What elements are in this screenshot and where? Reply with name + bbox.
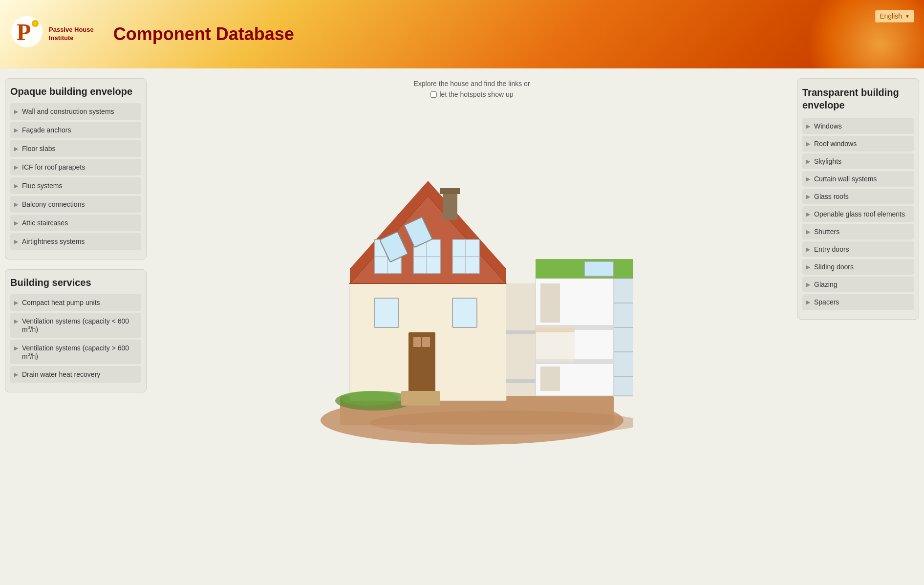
sidebar-item-windows[interactable]: ▶ Windows (802, 118, 914, 134)
sidebar-item-label: Glazing (814, 281, 837, 288)
logo-area: P Passive House Institute (10, 15, 94, 54)
svg-text:P: P (17, 19, 31, 45)
sidebar-item-label: Sliding doors (814, 263, 854, 271)
sidebar-item-entry-doors[interactable]: ▶ Entry doors (802, 241, 914, 257)
sidebar-item-sliding-doors[interactable]: ▶ Sliding doors (802, 259, 914, 275)
transparent-envelope-title: Transparent building envelope (802, 86, 914, 111)
svg-rect-50 (401, 391, 440, 406)
sidebar-item-openable-glass-roof[interactable]: ▶ Openable glass roof elements (802, 206, 914, 222)
sidebar-item-label: Roof windows (814, 140, 857, 148)
chevron-right-icon: ▶ (806, 123, 810, 130)
opaque-envelope-section: Opaque building envelope ▶ Wall and cons… (5, 78, 147, 260)
phi-logo: P (10, 15, 44, 54)
chevron-right-icon: ▶ (806, 299, 810, 305)
svg-rect-31 (584, 261, 614, 276)
sidebar-item-label: Drain water heat recovery (22, 370, 100, 378)
header: P Passive House Institute Component Data… (0, 0, 924, 68)
sidebar-item-glazing[interactable]: ▶ Glazing (802, 277, 914, 292)
svg-rect-27 (506, 283, 536, 396)
sidebar-item-label: Attic staircases (22, 219, 68, 227)
sidebar-item-label: Ventilation systems (capacity < 600 m3/h… (22, 317, 137, 333)
chevron-right-icon: ▶ (806, 229, 810, 235)
sidebar-item-skylights[interactable]: ▶ Skylights (802, 153, 914, 169)
sidebar-item-roof-windows[interactable]: ▶ Roof windows (802, 136, 914, 152)
sidebar-item-label: Flue systems (22, 182, 62, 190)
svg-rect-33 (614, 279, 633, 396)
chevron-right-icon: ▶ (14, 220, 18, 226)
chevron-right-icon: ▶ (806, 158, 810, 165)
sidebar-item-label: Façade anchors (22, 126, 71, 134)
language-selector[interactable]: English ▼ (875, 10, 914, 22)
sidebar-item-flue-systems[interactable]: ▶ Flue systems (10, 177, 141, 194)
svg-rect-22 (374, 298, 399, 327)
svg-rect-46 (536, 327, 575, 332)
svg-rect-43 (540, 367, 560, 391)
sidebar-item-attic-staircases[interactable]: ▶ Attic staircases (10, 215, 141, 231)
sidebar-item-label: Wall and construction systems (22, 108, 114, 115)
house-illustration (311, 112, 633, 455)
chevron-right-icon: ▶ (14, 127, 18, 133)
explore-text: Explore the house and find the links or … (413, 78, 530, 100)
svg-point-49 (340, 391, 399, 406)
svg-rect-23 (452, 298, 477, 327)
svg-rect-47 (536, 332, 575, 362)
sidebar-item-airtightness[interactable]: ▶ Airtightness systems (10, 233, 141, 250)
transparent-envelope-section: Transparent building envelope ▶ Windows … (797, 78, 919, 320)
svg-rect-24 (408, 332, 435, 401)
chevron-right-icon: ▶ (14, 345, 18, 351)
svg-rect-25 (413, 337, 421, 347)
chevron-right-icon: ▶ (806, 246, 810, 253)
chevron-right-icon: ▶ (14, 371, 18, 378)
chevron-right-icon: ▶ (806, 264, 810, 270)
sidebar-item-label: Compact heat pump units (22, 299, 100, 306)
left-sidebar: Opaque building envelope ▶ Wall and cons… (5, 78, 147, 575)
chevron-right-icon: ▶ (806, 194, 810, 200)
hotspots-checkbox-label[interactable]: let the hotspots show up (413, 89, 530, 100)
logo-text: Passive House Institute (49, 26, 94, 43)
sidebar-item-label: Skylights (814, 157, 841, 165)
sidebar-item-label: Airtightness systems (22, 238, 85, 245)
chevron-right-icon: ▶ (806, 176, 810, 182)
sidebar-item-shutters[interactable]: ▶ Shutters (802, 224, 914, 239)
sidebar-item-label: Glass roofs (814, 193, 849, 200)
chevron-right-icon: ▶ (14, 201, 18, 208)
sidebar-item-label: Ventilation systems (capacity > 600 m3/h… (22, 344, 137, 360)
svg-point-3 (33, 22, 37, 25)
chevron-right-icon: ▶ (806, 211, 810, 217)
language-label: English (880, 12, 902, 20)
chevron-right-icon: ▶ (14, 238, 18, 245)
svg-rect-11 (443, 191, 457, 220)
hotspots-checkbox[interactable] (430, 91, 437, 98)
chevron-right-icon: ▶ (14, 108, 18, 115)
sidebar-item-label: Floor slabs (22, 145, 55, 152)
sidebar-item-spacers[interactable]: ▶ Spacers (802, 294, 914, 310)
sidebar-item-ventilation-small[interactable]: ▶ Ventilation systems (capacity < 600 m3… (10, 313, 141, 338)
sidebar-item-drain-water[interactable]: ▶ Drain water heat recovery (10, 366, 141, 383)
building-services-title: Building services (10, 277, 141, 288)
main-content: Opaque building envelope ▶ Wall and cons… (0, 68, 924, 585)
svg-rect-26 (422, 337, 430, 347)
sidebar-item-heat-pump[interactable]: ▶ Compact heat pump units (10, 294, 141, 311)
sidebar-item-ventilation-large[interactable]: ▶ Ventilation systems (capacity > 600 m3… (10, 340, 141, 365)
sidebar-item-label: Curtain wall systems (814, 175, 877, 183)
sidebar-item-balcony-connections[interactable]: ▶ Balcony connections (10, 196, 141, 213)
chevron-right-icon: ▶ (14, 300, 18, 306)
sidebar-item-facade-anchors[interactable]: ▶ Façade anchors (10, 122, 141, 138)
sidebar-item-label: ICF for roof parapets (22, 163, 85, 171)
sidebar-item-label: Windows (814, 122, 842, 130)
sidebar-item-label: Openable glass roof elements (814, 210, 905, 218)
sidebar-item-label: Shutters (814, 228, 839, 236)
chevron-right-icon: ▶ (14, 183, 18, 189)
sidebar-item-glass-roofs[interactable]: ▶ Glass roofs (802, 189, 914, 204)
chevron-right-icon: ▶ (14, 318, 18, 325)
sidebar-item-label: Spacers (814, 298, 839, 306)
house-svg (311, 112, 633, 455)
sidebar-item-curtain-wall[interactable]: ▶ Curtain wall systems (802, 171, 914, 187)
sidebar-item-floor-slabs[interactable]: ▶ Floor slabs (10, 140, 141, 157)
sidebar-item-wall-construction[interactable]: ▶ Wall and construction systems (10, 103, 141, 120)
chevron-right-icon: ▶ (806, 282, 810, 288)
svg-rect-12 (440, 188, 460, 194)
sidebar-item-icf-roof[interactable]: ▶ ICF for roof parapets (10, 159, 141, 175)
opaque-envelope-title: Opaque building envelope (10, 86, 141, 97)
chevron-right-icon: ▶ (806, 141, 810, 147)
